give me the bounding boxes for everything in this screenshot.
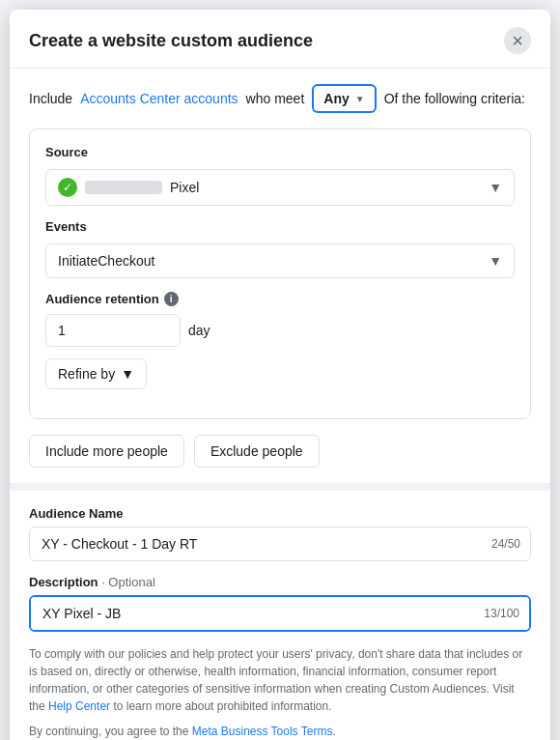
terms-text: By continuing, you agree to the Meta Bus… — [29, 725, 531, 738]
include-text: Include — [29, 91, 72, 106]
exclude-people-button[interactable]: Exclude people — [194, 435, 320, 468]
include-more-people-button[interactable]: Include more people — [29, 435, 184, 468]
description-input-wrap: 13/100 — [29, 595, 531, 632]
description-label: Description · Optional — [29, 575, 531, 589]
refine-by-label: Refine by — [58, 366, 115, 382]
any-select-button[interactable]: Any ▼ — [312, 84, 376, 113]
any-chevron-icon: ▼ — [355, 94, 365, 104]
events-value: InitiateCheckout — [58, 253, 154, 269]
events-select[interactable]: InitiateCheckout ▼ — [45, 243, 515, 278]
following-text: Of the following criteria: — [384, 91, 525, 106]
help-center-link[interactable]: Help Center — [48, 699, 110, 713]
description-optional-label: · Optional — [101, 575, 155, 589]
day-text: day — [188, 323, 210, 338]
any-label: Any — [323, 91, 349, 106]
events-dropdown-icon: ▼ — [489, 253, 502, 269]
source-left: ✓ Pixel — [58, 178, 199, 197]
description-input[interactable] — [31, 597, 529, 630]
privacy-text: To comply with our policies and help pro… — [29, 645, 531, 715]
audience-name-char-count: 24/50 — [491, 537, 520, 551]
retention-label-text: Audience retention — [45, 292, 159, 306]
meta-terms-link[interactable]: Meta Business Tools Terms — [192, 725, 333, 738]
source-label: Source — [45, 145, 515, 159]
criteria-row: Include Accounts Center accounts who mee… — [29, 84, 531, 113]
audience-retention-label: Audience retention i — [45, 292, 515, 306]
description-section: Description · Optional 13/100 — [29, 575, 531, 632]
modal-header: Create a website custom audience × — [10, 10, 550, 69]
events-label: Events — [45, 219, 515, 234]
refine-chevron-icon: ▼ — [121, 366, 134, 382]
source-section: Source ✓ Pixel ▼ Events InitiateCheckout… — [29, 128, 531, 419]
audience-name-label: Audience Name — [29, 506, 531, 521]
modal-body: Include Accounts Center accounts who mee… — [10, 69, 550, 740]
events-section: Events InitiateCheckout ▼ — [45, 219, 515, 278]
source-select[interactable]: ✓ Pixel ▼ — [45, 169, 515, 206]
green-check-icon: ✓ — [58, 178, 77, 197]
modal-container: Create a website custom audience × Inclu… — [10, 10, 550, 740]
people-buttons: Include more people Exclude people — [29, 435, 531, 483]
section-divider — [10, 483, 550, 491]
retention-row: day — [45, 314, 515, 347]
description-char-count: 13/100 — [484, 607, 519, 620]
pixel-text: Pixel — [170, 180, 199, 195]
info-icon[interactable]: i — [164, 292, 179, 306]
who-meet-text: who meet — [246, 91, 305, 106]
retention-input[interactable] — [45, 314, 181, 347]
modal-title: Create a website custom audience — [29, 31, 313, 51]
source-dropdown-icon: ▼ — [489, 180, 502, 195]
audience-name-input[interactable] — [30, 527, 530, 560]
refine-by-button[interactable]: Refine by ▼ — [45, 358, 147, 389]
pixel-label-bar — [85, 181, 162, 194]
audience-name-section: Audience Name 24/50 — [29, 506, 531, 561]
audience-name-input-wrap: 24/50 — [29, 527, 531, 561]
close-button[interactable]: × — [504, 27, 531, 54]
accounts-center-link[interactable]: Accounts Center accounts — [80, 91, 238, 106]
audience-retention-section: Audience retention i day Refine by ▼ — [45, 292, 515, 389]
